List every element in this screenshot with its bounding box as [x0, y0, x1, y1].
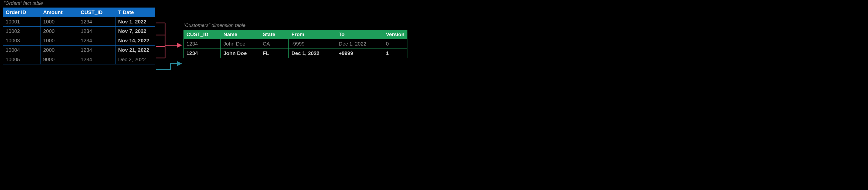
orders-col-order-id: Order ID — [3, 8, 40, 17]
orders-cell-t-date: Nov 1, 2022 — [116, 17, 155, 27]
orders-row: 1000420001234Nov 21, 2022 — [3, 45, 155, 55]
orders-cell-order-id: 10003 — [3, 36, 40, 45]
orders-header-row: Order ID Amount CUST_ID T Date — [3, 8, 155, 17]
customers-row: 1234John DoeCA-9999Dec 1, 20220 — [184, 39, 407, 49]
customers-col-from: From — [289, 30, 336, 39]
orders-cell-order-id: 10004 — [3, 45, 40, 55]
customers-cell-version: 0 — [383, 39, 407, 49]
orders-cell-order-id: 10001 — [3, 17, 40, 27]
orders-row: 1000110001234Nov 1, 2022 — [3, 17, 155, 27]
customers-col-to: To — [336, 30, 383, 39]
orders-col-cust-id: CUST_ID — [78, 8, 116, 17]
orders-caption: “Orders” fact table — [4, 1, 43, 6]
customers-cell-version: 1 — [383, 49, 407, 58]
orders-cell-amount: 1000 — [40, 36, 78, 45]
customers-col-cust-id: CUST_ID — [184, 30, 221, 39]
orders-cell-amount: 2000 — [40, 27, 78, 36]
orders-cell-cust-id: 1234 — [78, 27, 116, 36]
orders-cell-t-date: Nov 21, 2022 — [116, 45, 155, 55]
customers-cell-cust-id: 1234 — [184, 49, 221, 58]
customers-col-state: State — [260, 30, 288, 39]
customers-cell-to: +9999 — [336, 49, 383, 58]
orders-row: 1000310001234Nov 14, 2022 — [3, 36, 155, 45]
connector-to-customer-v1 — [156, 64, 181, 70]
customers-row: 1234John DoeFLDec 1, 2022+99991 — [184, 49, 407, 58]
orders-cell-cust-id: 1234 — [78, 55, 116, 65]
orders-cell-amount: 9000 — [40, 55, 78, 65]
orders-cell-cust-id: 1234 — [78, 17, 116, 27]
diagram-canvas: “Orders” fact table Order ID Amount CUST… — [0, 0, 434, 95]
customers-cell-name: John Doe — [220, 39, 260, 49]
orders-cell-amount: 1000 — [40, 17, 78, 27]
orders-row: 1000220001234Nov 7, 2022 — [3, 27, 155, 36]
orders-row: 1000590001234Dec 2, 2022 — [3, 55, 155, 65]
customers-header-row: CUST_ID Name State From To Version — [184, 30, 407, 39]
customers-cell-to: Dec 1, 2022 — [336, 39, 383, 49]
customers-cell-state: FL — [260, 49, 288, 58]
orders-col-amount: Amount — [40, 8, 78, 17]
orders-cell-t-date: Nov 14, 2022 — [116, 36, 155, 45]
customers-cell-cust-id: 1234 — [184, 39, 221, 49]
customers-col-version: Version — [383, 30, 407, 39]
orders-cell-t-date: Dec 2, 2022 — [116, 55, 155, 65]
customers-col-name: Name — [220, 30, 260, 39]
customers-caption: “Customers” dimension table — [184, 23, 246, 28]
customers-cell-state: CA — [260, 39, 288, 49]
orders-cell-cust-id: 1234 — [78, 36, 116, 45]
customers-cell-name: John Doe — [220, 49, 260, 58]
orders-cell-amount: 2000 — [40, 45, 78, 55]
orders-col-t-date: T Date — [116, 8, 155, 17]
orders-cell-t-date: Nov 7, 2022 — [116, 27, 155, 36]
customers-cell-from: Dec 1, 2022 — [289, 49, 336, 58]
orders-cell-order-id: 10002 — [3, 27, 40, 36]
customers-dimension-table: CUST_ID Name State From To Version 1234J… — [184, 30, 407, 58]
orders-cell-cust-id: 1234 — [78, 45, 116, 55]
customers-cell-from: -9999 — [289, 39, 336, 49]
orders-fact-table: Order ID Amount CUST_ID T Date 100011000… — [3, 7, 155, 65]
orders-cell-order-id: 10005 — [3, 55, 40, 65]
